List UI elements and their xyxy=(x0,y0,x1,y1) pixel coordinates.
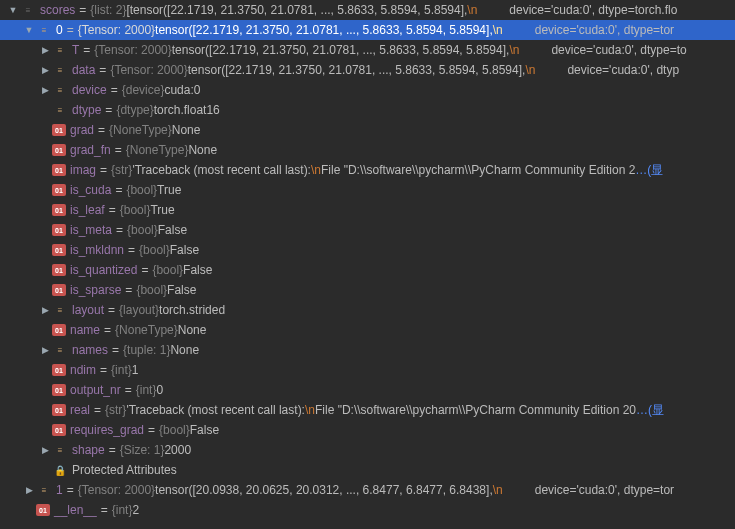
variable-row[interactable]: ▶≡shape={Size: 1} 2000 xyxy=(0,440,735,460)
value-continuation: device='cuda:0', dtyp xyxy=(567,63,679,77)
variable-row[interactable]: 01requires_grad={bool} False xyxy=(0,420,735,440)
escape-seq: \n xyxy=(311,163,321,177)
variable-value: torch.strided xyxy=(159,303,225,317)
variable-row[interactable]: ▼≡0={Tensor: 2000} tensor([22.1719, 21.3… xyxy=(0,20,735,40)
type-hint: {bool} xyxy=(136,283,167,297)
variable-row[interactable]: 01ndim={int} 1 xyxy=(0,360,735,380)
variable-row[interactable]: 01name={NoneType} None xyxy=(0,320,735,340)
variable-value: cuda:0 xyxy=(164,83,200,97)
type-hint: {list: 2} xyxy=(90,3,126,17)
type-hint: {bool} xyxy=(159,423,190,437)
value-continuation: device='cuda:0', dtype=to xyxy=(551,43,686,57)
expand-arrow-icon[interactable]: ▶ xyxy=(38,443,52,457)
variable-row[interactable]: ▶≡1={Tensor: 2000} tensor([20.0938, 20.0… xyxy=(0,480,735,500)
variable-name: shape xyxy=(72,443,105,457)
variable-name: real xyxy=(70,403,90,417)
field-icon: 01 xyxy=(52,404,66,416)
variable-row[interactable]: ▶≡T={Tensor: 2000} tensor([22.1719, 21.3… xyxy=(0,40,735,60)
variable-row[interactable]: 01__len__={int} 2 xyxy=(0,500,735,520)
expand-arrow-icon xyxy=(38,223,52,237)
expand-arrow-icon[interactable]: ▶ xyxy=(38,63,52,77)
field-icon: 01 xyxy=(52,224,66,236)
variable-row[interactable]: 01imag={str} 'Traceback (most recent cal… xyxy=(0,160,735,180)
expand-arrow-icon[interactable]: ▶ xyxy=(38,343,52,357)
value-continuation: device='cuda:0', dtype=torch.flo xyxy=(509,3,677,17)
variable-value: False xyxy=(167,283,196,297)
object-icon: ≡ xyxy=(52,83,68,97)
expand-arrow-icon[interactable]: ▶ xyxy=(38,83,52,97)
view-more-link[interactable]: …(显 xyxy=(635,162,663,179)
expand-arrow-icon xyxy=(22,503,36,517)
variable-value: False xyxy=(170,243,199,257)
expand-arrow-icon xyxy=(38,123,52,137)
variable-value: 2000 xyxy=(164,443,191,457)
variable-name: __len__ xyxy=(54,503,97,517)
escape-seq: \n xyxy=(525,63,535,77)
escape-seq: \n xyxy=(305,403,315,417)
type-hint: {int} xyxy=(112,503,133,517)
variable-name: output_nr xyxy=(70,383,121,397)
expand-arrow-icon[interactable]: ▼ xyxy=(22,23,36,37)
expand-arrow-icon[interactable]: ▼ xyxy=(6,3,20,17)
variable-name: is_sparse xyxy=(70,283,121,297)
variable-value: None xyxy=(172,123,201,137)
variable-value: True xyxy=(157,183,181,197)
field-icon: 01 xyxy=(52,144,66,156)
type-hint: {bool} xyxy=(120,203,151,217)
value-continuation: device='cuda:0', dtype=tor xyxy=(535,483,674,497)
variable-row[interactable]: 01is_mkldnn={bool} False xyxy=(0,240,735,260)
variable-value: None xyxy=(178,323,207,337)
escape-seq: \n xyxy=(493,23,503,37)
variable-row[interactable]: ▶≡names={tuple: 1} None xyxy=(0,340,735,360)
variable-value: [tensor([22.1719, 21.3750, 21.0781, ...,… xyxy=(126,3,467,17)
variable-name: imag xyxy=(70,163,96,177)
variable-value: False xyxy=(190,423,219,437)
variable-value: False xyxy=(183,263,212,277)
field-icon: 01 xyxy=(36,504,50,516)
type-hint: {str} xyxy=(111,163,132,177)
expand-arrow-icon xyxy=(38,263,52,277)
variable-name: is_meta xyxy=(70,223,112,237)
variable-value: False xyxy=(158,223,187,237)
type-hint: {bool} xyxy=(152,263,183,277)
variable-row[interactable]: 01is_sparse={bool} False xyxy=(0,280,735,300)
variable-value: 'Traceback (most recent call last): xyxy=(132,163,311,177)
variable-name: 0 xyxy=(56,23,63,37)
variable-row[interactable]: 01is_meta={bool} False xyxy=(0,220,735,240)
variable-row[interactable]: 01output_nr={int} 0 xyxy=(0,380,735,400)
variable-value: 1 xyxy=(132,363,139,377)
expand-arrow-icon[interactable]: ▶ xyxy=(22,483,36,497)
variable-value: tensor([20.0938, 20.0625, 20.0312, ..., … xyxy=(155,483,493,497)
type-hint: {str} xyxy=(105,403,126,417)
variable-row[interactable]: ▼≡scores={list: 2} [tensor([22.1719, 21.… xyxy=(0,0,735,20)
value-continuation: File "D:\\software\\pycharm\\PyCharm Com… xyxy=(321,163,635,177)
object-icon: ≡ xyxy=(52,343,68,357)
variable-name: name xyxy=(70,323,100,337)
field-icon: 01 xyxy=(52,364,66,376)
variable-row[interactable]: ▶≡layout={layout} torch.strided xyxy=(0,300,735,320)
type-hint: {dtype} xyxy=(116,103,153,117)
field-icon: 01 xyxy=(52,204,66,216)
plain-label: Protected Attributes xyxy=(72,463,177,477)
variable-row[interactable]: ▶≡data={Tensor: 2000} tensor([22.1719, 2… xyxy=(0,60,735,80)
variable-row[interactable]: ▶≡device={device} cuda:0 xyxy=(0,80,735,100)
variable-row[interactable]: 01is_leaf={bool} True xyxy=(0,200,735,220)
expand-arrow-icon[interactable]: ▶ xyxy=(38,303,52,317)
variable-name: grad_fn xyxy=(70,143,111,157)
type-hint: {int} xyxy=(136,383,157,397)
variable-row[interactable]: 01real={str} 'Traceback (most recent cal… xyxy=(0,400,735,420)
variable-value: True xyxy=(150,203,174,217)
expand-arrow-icon[interactable]: ▶ xyxy=(38,43,52,57)
view-more-link[interactable]: …(显 xyxy=(636,402,664,419)
type-hint: {NoneType} xyxy=(115,323,178,337)
variable-row[interactable]: 01is_quantized={bool} False xyxy=(0,260,735,280)
variable-row[interactable]: 01grad_fn={NoneType} None xyxy=(0,140,735,160)
variable-row[interactable]: 🔒Protected Attributes xyxy=(0,460,735,480)
expand-arrow-icon xyxy=(38,243,52,257)
type-hint: {Tensor: 2000} xyxy=(78,23,155,37)
variable-row[interactable]: 01grad={NoneType} None xyxy=(0,120,735,140)
object-icon: ≡ xyxy=(52,103,68,117)
type-hint: {NoneType} xyxy=(126,143,189,157)
variable-row[interactable]: ≡dtype={dtype} torch.float16 xyxy=(0,100,735,120)
variable-row[interactable]: 01is_cuda={bool} True xyxy=(0,180,735,200)
